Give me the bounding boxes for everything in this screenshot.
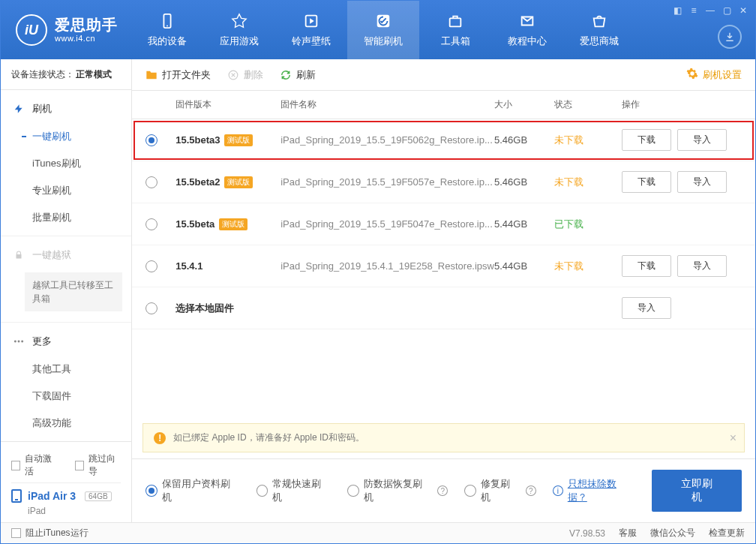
table-header: 固件版本 固件名称 大小 状态 操作 bbox=[132, 91, 755, 119]
win-list-icon[interactable]: ≡ bbox=[686, 4, 701, 17]
import-button[interactable]: 导入 bbox=[677, 255, 727, 277]
device-icon bbox=[158, 12, 176, 30]
beta-badge: 测试版 bbox=[219, 218, 248, 230]
block-itunes-checkbox[interactable] bbox=[11, 528, 21, 538]
firmware-row: 15.5beta3 测试版 iPad_Spring_2019_15.5_19F5… bbox=[132, 119, 755, 161]
sidebar-item-more-2[interactable]: 高级功能 bbox=[1, 410, 131, 437]
firmware-radio[interactable] bbox=[146, 176, 158, 188]
firmware-name: iPad_Spring_2019_15.5_19F5057e_Restore.i… bbox=[280, 176, 494, 188]
app-name: 爱思助手 bbox=[55, 16, 118, 34]
nav-tutorial[interactable]: 教程中心 bbox=[491, 1, 563, 59]
sidebar-head-flash[interactable]: 刷机 bbox=[1, 95, 131, 123]
flash-option-1[interactable]: 常规快速刷机 bbox=[256, 477, 331, 504]
win-menu-icon[interactable]: ◧ bbox=[670, 4, 685, 17]
firmware-row: 15.4.1 iPad_Spring_2019_15.4.1_19E258_Re… bbox=[132, 245, 755, 287]
svg-point-5 bbox=[14, 341, 16, 343]
nav-tools[interactable]: 工具箱 bbox=[419, 1, 491, 59]
firmware-radio[interactable] bbox=[146, 260, 158, 272]
firmware-size: 5.44GB bbox=[494, 218, 554, 230]
firmware-name: iPad_Spring_2019_15.5_19F5047e_Restore.i… bbox=[280, 218, 494, 230]
auto-activate-label: 自动激活 bbox=[25, 452, 57, 478]
info-icon: i bbox=[553, 485, 563, 496]
warning-icon: ! bbox=[154, 432, 166, 444]
window-controls: ◧ ≡ — ▢ ✕ bbox=[670, 4, 751, 17]
device-name: iPad Air 3 bbox=[28, 490, 76, 502]
firmware-radio[interactable] bbox=[146, 134, 158, 146]
jailbreak-note: 越狱工具已转移至工具箱 bbox=[25, 272, 122, 311]
device-row[interactable]: iPad Air 3 64GB bbox=[11, 483, 121, 506]
flash-icon bbox=[13, 103, 25, 115]
footer-support[interactable]: 客服 bbox=[619, 527, 637, 539]
flash-now-button[interactable]: 立即刷机 bbox=[652, 470, 742, 512]
firmware-radio[interactable] bbox=[146, 218, 158, 230]
content: 打开文件夹 删除 刷新 刷机设置 固件版本 固件名称 大小 状态 操作 bbox=[132, 59, 755, 522]
help-icon[interactable]: ? bbox=[437, 485, 448, 496]
delete-button: 删除 bbox=[227, 68, 263, 82]
erase-link[interactable]: 只想抹除数据？ bbox=[568, 477, 635, 504]
nav-ringtones[interactable]: 铃声壁纸 bbox=[275, 1, 347, 59]
firmware-status: 未下载 bbox=[554, 260, 622, 273]
footer-update[interactable]: 检查更新 bbox=[709, 527, 745, 539]
folder-icon bbox=[146, 69, 158, 81]
firmware-status: 未下载 bbox=[554, 134, 622, 147]
firmware-version: 选择本地固件 bbox=[176, 302, 234, 315]
footer: 阻止iTunes运行 V7.98.53 客服 微信公众号 检查更新 bbox=[1, 522, 755, 543]
tutorial-icon bbox=[518, 12, 536, 30]
svg-point-1 bbox=[166, 26, 168, 27]
download-button[interactable]: 下载 bbox=[622, 255, 671, 277]
sidebar-head-more[interactable]: 更多 bbox=[1, 327, 131, 356]
firmware-size: 5.46GB bbox=[494, 176, 554, 188]
gear-icon bbox=[686, 68, 698, 82]
th-status: 状态 bbox=[554, 98, 622, 111]
alert-close-button[interactable]: × bbox=[730, 431, 736, 445]
win-maximize-icon[interactable]: ▢ bbox=[719, 4, 734, 17]
delete-icon bbox=[227, 69, 239, 81]
sidebar-item-flash-0[interactable]: 一键刷机 bbox=[1, 123, 131, 150]
win-minimize-icon[interactable]: — bbox=[703, 4, 718, 17]
flash-option-3[interactable]: 修复刷机? bbox=[464, 477, 536, 504]
logo-area: iU 爱思助手 www.i4.cn bbox=[1, 1, 131, 59]
lock-icon bbox=[13, 249, 25, 261]
download-button[interactable]: 下载 bbox=[622, 129, 671, 151]
firmware-version: 15.5beta2 bbox=[176, 176, 220, 188]
block-itunes-label: 阻止iTunes运行 bbox=[26, 527, 88, 539]
skip-guide-checkbox[interactable] bbox=[75, 461, 84, 470]
nav-device[interactable]: 我的设备 bbox=[131, 1, 203, 59]
th-name: 固件名称 bbox=[280, 98, 494, 111]
import-button[interactable]: 导入 bbox=[677, 129, 727, 151]
flash-option-0[interactable]: 保留用户资料刷机 bbox=[146, 477, 239, 504]
th-action: 操作 bbox=[622, 98, 742, 111]
refresh-button[interactable]: 刷新 bbox=[280, 68, 316, 82]
firmware-list: 15.5beta3 测试版 iPad_Spring_2019_15.5_19F5… bbox=[132, 119, 755, 417]
firmware-size: 5.46GB bbox=[494, 134, 554, 146]
firmware-version: 15.5beta bbox=[176, 218, 214, 230]
th-version: 固件版本 bbox=[176, 98, 280, 111]
footer-wechat[interactable]: 微信公众号 bbox=[650, 527, 695, 539]
option-radio[interactable] bbox=[464, 485, 476, 497]
firmware-radio[interactable] bbox=[146, 302, 158, 314]
flash-option-2[interactable]: 防数据恢复刷机? bbox=[347, 477, 448, 504]
nav-apps[interactable]: 应用游戏 bbox=[203, 1, 275, 59]
downloads-icon[interactable] bbox=[718, 25, 742, 49]
sidebar-item-more-1[interactable]: 下载固件 bbox=[1, 383, 131, 410]
sidebar-item-flash-2[interactable]: 专业刷机 bbox=[1, 177, 131, 204]
titlebar: iU 爱思助手 www.i4.cn 我的设备应用游戏铃声壁纸智能刷机工具箱教程中… bbox=[1, 1, 755, 59]
sidebar-item-more-0[interactable]: 其他工具 bbox=[1, 356, 131, 383]
open-folder-button[interactable]: 打开文件夹 bbox=[146, 68, 211, 82]
sidebar-item-flash-1[interactable]: iTunes刷机 bbox=[1, 150, 131, 177]
import-button[interactable]: 导入 bbox=[677, 171, 727, 193]
option-radio[interactable] bbox=[146, 485, 158, 497]
firmware-name: iPad_Spring_2019_15.5_19F5062g_Restore.i… bbox=[280, 134, 494, 146]
sidebar: 设备连接状态：正常模式 刷机 一键刷机iTunes刷机专业刷机批量刷机 一键越狱… bbox=[1, 59, 132, 522]
help-icon[interactable]: ? bbox=[526, 485, 536, 496]
sidebar-item-flash-3[interactable]: 批量刷机 bbox=[1, 204, 131, 231]
option-radio[interactable] bbox=[347, 485, 359, 497]
nav-flash[interactable]: 智能刷机 bbox=[347, 1, 419, 59]
auto-activate-checkbox[interactable] bbox=[11, 461, 20, 470]
import-button[interactable]: 导入 bbox=[622, 297, 671, 319]
flash-settings-button[interactable]: 刷机设置 bbox=[686, 68, 742, 82]
option-radio[interactable] bbox=[256, 485, 268, 497]
download-button[interactable]: 下载 bbox=[622, 171, 671, 193]
win-close-icon[interactable]: ✕ bbox=[736, 4, 751, 17]
nav-store[interactable]: 爱思商城 bbox=[563, 1, 635, 59]
